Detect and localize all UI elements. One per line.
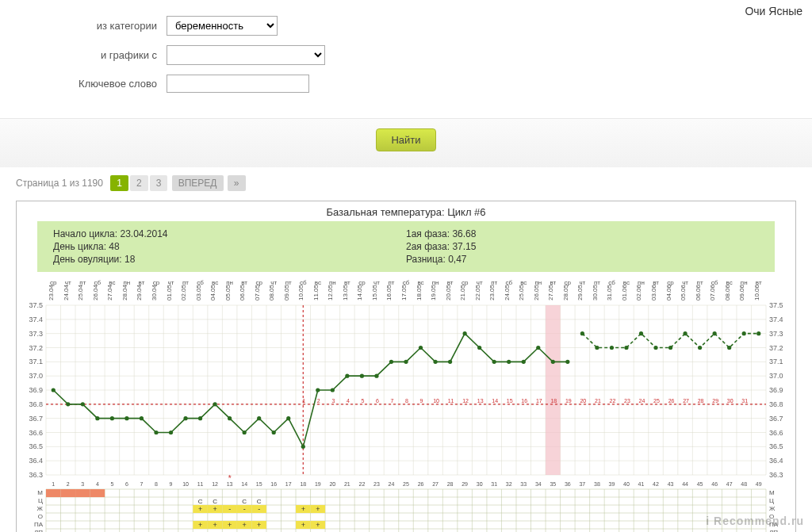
svg-text:10: 10	[182, 481, 189, 487]
svg-text:17: 17	[536, 398, 542, 404]
svg-text:1: 1	[52, 481, 55, 487]
pager-next[interactable]: ВПЕРЕД	[172, 175, 224, 191]
svg-point-269	[756, 331, 760, 335]
svg-text:36.6: 36.6	[29, 429, 43, 437]
svg-point-265	[698, 346, 702, 350]
svg-point-229	[169, 431, 173, 434]
svg-text:10.05: 10.05	[297, 284, 304, 300]
svg-text:27.04: 27.04	[106, 284, 113, 300]
svg-point-257	[580, 331, 584, 335]
keyword-input[interactable]	[167, 75, 309, 93]
svg-text:ЛП: ЛП	[769, 529, 778, 532]
svg-text:25.04: 25.04	[77, 284, 84, 300]
svg-text:11: 11	[197, 481, 204, 487]
svg-text:С: С	[198, 498, 203, 505]
svg-text:18.05: 18.05	[416, 284, 423, 300]
svg-text:14: 14	[241, 481, 247, 487]
svg-text:-: -	[243, 505, 246, 513]
svg-point-255	[551, 360, 555, 364]
pager-page-2[interactable]: 2	[130, 175, 148, 191]
svg-text:01.05: 01.05	[166, 284, 173, 300]
svg-text:22.05: 22.05	[474, 284, 481, 300]
svg-text:36.7: 36.7	[769, 415, 783, 423]
svg-text:5: 5	[110, 481, 113, 487]
svg-text:Ц: Ц	[769, 497, 774, 504]
svg-text:17: 17	[285, 481, 292, 487]
svg-text:48: 48	[741, 481, 747, 487]
svg-text:С: С	[242, 498, 247, 505]
svg-point-225	[110, 416, 114, 420]
svg-text:05.05: 05.05	[224, 284, 232, 300]
svg-text:28.04: 28.04	[121, 284, 128, 300]
svg-text:1: 1	[302, 398, 305, 404]
svg-rect-89	[546, 305, 561, 475]
svg-text:22: 22	[359, 481, 366, 487]
svg-text:12: 12	[212, 481, 218, 487]
svg-text:26.04: 26.04	[92, 284, 99, 300]
svg-text:36.5: 36.5	[769, 442, 783, 450]
svg-text:15.05: 15.05	[371, 284, 378, 300]
svg-point-247	[433, 360, 437, 364]
svg-text:8: 8	[155, 481, 158, 487]
svg-text:37.4: 37.4	[769, 316, 783, 323]
svg-rect-692	[46, 489, 61, 497]
svg-text:О: О	[38, 513, 43, 520]
svg-point-231	[198, 416, 202, 420]
svg-text:12: 12	[462, 398, 469, 404]
svg-text:9: 9	[170, 481, 173, 487]
svg-point-252	[507, 360, 511, 364]
svg-point-223	[81, 402, 85, 406]
svg-text:13: 13	[477, 398, 484, 404]
svg-point-239	[316, 388, 320, 392]
category-select[interactable]: беременность	[167, 16, 278, 36]
svg-text:07.06: 07.06	[709, 284, 716, 300]
pager-page-1[interactable]: 1	[110, 175, 128, 191]
graphs-select[interactable]	[167, 45, 325, 65]
svg-text:24.04: 24.04	[63, 284, 70, 300]
svg-text:01.06: 01.06	[621, 284, 628, 300]
svg-text:19: 19	[565, 398, 572, 404]
graphs-label: и графики с	[16, 49, 167, 61]
svg-point-250	[477, 346, 481, 350]
svg-text:36.4: 36.4	[29, 457, 43, 465]
svg-text:37.2: 37.2	[769, 344, 783, 352]
svg-text:21: 21	[595, 398, 601, 404]
svg-text:36.5: 36.5	[29, 442, 43, 450]
svg-text:49: 49	[756, 481, 762, 487]
svg-text:37.1: 37.1	[769, 358, 783, 366]
svg-text:7: 7	[140, 481, 143, 487]
svg-text:37.0: 37.0	[29, 372, 43, 380]
svg-text:25: 25	[653, 398, 660, 404]
chart-info-panel: Начало цикла: 23.04.2014День цикла: 48Де…	[37, 221, 775, 272]
svg-text:37: 37	[579, 481, 585, 487]
svg-text:30.04: 30.04	[151, 284, 158, 300]
svg-text:15: 15	[507, 398, 513, 404]
svg-text:27.05: 27.05	[547, 284, 554, 300]
svg-text:Ц: Ц	[38, 497, 43, 504]
svg-point-241	[345, 374, 349, 378]
svg-point-235	[257, 416, 261, 420]
svg-text:37.5: 37.5	[769, 301, 783, 309]
svg-rect-694	[75, 489, 90, 497]
svg-text:М: М	[37, 489, 43, 496]
find-button[interactable]: Найти	[376, 128, 435, 151]
svg-text:14.05: 14.05	[356, 284, 363, 300]
svg-text:+: +	[316, 505, 320, 513]
svg-text:+: +	[213, 521, 216, 529]
svg-text:23.05: 23.05	[488, 284, 496, 300]
svg-text:+: +	[301, 521, 305, 529]
svg-text:+: +	[213, 505, 216, 513]
svg-text:35: 35	[550, 481, 556, 487]
svg-text:37.3: 37.3	[29, 330, 43, 338]
svg-text:31: 31	[741, 398, 748, 404]
pager-last[interactable]: »	[228, 175, 246, 191]
svg-text:-: -	[258, 505, 260, 513]
svg-text:37.0: 37.0	[769, 372, 783, 380]
chart-title: Базальная температура: Цикл #6	[17, 201, 795, 221]
svg-text:23: 23	[624, 398, 630, 404]
pager: Страница 1 из 1190 123 ВПЕРЕД »	[16, 167, 796, 197]
pager-page-3[interactable]: 3	[150, 175, 168, 191]
svg-rect-695	[90, 489, 105, 497]
svg-text:24.05: 24.05	[504, 284, 511, 300]
svg-point-224	[95, 416, 99, 420]
